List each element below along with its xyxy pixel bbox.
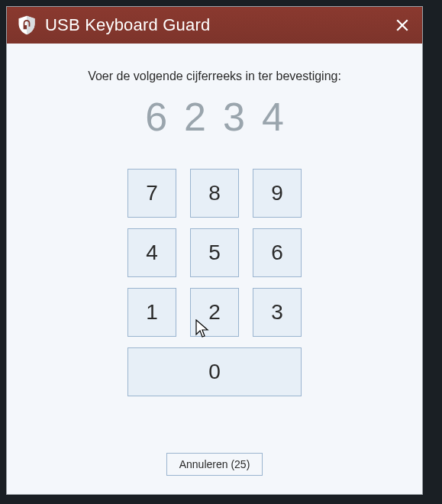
close-button[interactable] <box>390 13 415 37</box>
keypad-key-6[interactable]: 6 <box>253 228 302 277</box>
keypad-key-0[interactable]: 0 <box>127 347 302 396</box>
instruction-text: Voer de volgende cijferreeks in ter beve… <box>88 69 341 83</box>
keypad-key-5[interactable]: 5 <box>190 228 239 277</box>
usb-keyboard-guard-dialog: USB Keyboard Guard Voer de volgende cijf… <box>6 6 423 495</box>
confirmation-code: 6 2 3 4 <box>145 97 284 137</box>
keypad-key-8[interactable]: 8 <box>190 169 239 218</box>
code-digit: 3 <box>223 97 245 137</box>
shield-icon <box>16 15 37 36</box>
cancel-button[interactable]: Annuleren (25) <box>166 453 263 476</box>
app-title: USB Keyboard Guard <box>45 15 390 35</box>
dialog-body: Voer de volgende cijferreeks in ter beve… <box>7 44 422 453</box>
numeric-keypad: 7 8 9 4 5 6 1 2 3 0 <box>127 169 302 396</box>
close-icon <box>395 18 409 32</box>
keypad-key-9[interactable]: 9 <box>253 169 302 218</box>
code-digit: 2 <box>184 97 206 137</box>
dialog-footer: Annuleren (25) <box>7 453 422 494</box>
keypad-key-1[interactable]: 1 <box>127 288 176 337</box>
code-digit: 6 <box>145 97 167 137</box>
titlebar: USB Keyboard Guard <box>7 7 422 44</box>
keypad-key-2[interactable]: 2 <box>190 288 239 337</box>
keypad-key-3[interactable]: 3 <box>253 288 302 337</box>
keypad-key-4[interactable]: 4 <box>127 228 176 277</box>
keypad-key-7[interactable]: 7 <box>127 169 176 218</box>
code-digit: 4 <box>262 97 284 137</box>
